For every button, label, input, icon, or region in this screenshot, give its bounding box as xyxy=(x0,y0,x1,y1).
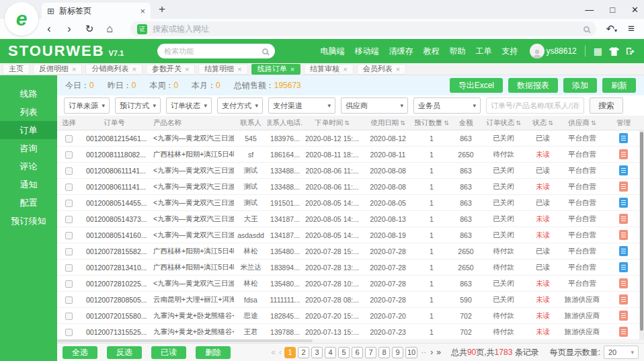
sidebar-item-4[interactable]: 评论 xyxy=(0,157,57,175)
new-tab-button[interactable]: + xyxy=(159,3,165,16)
row-checkbox[interactable] xyxy=(65,216,73,223)
footer-button-0[interactable]: 全选 xyxy=(63,346,97,359)
action-button-1[interactable]: 数据报表 xyxy=(508,78,558,93)
doc-icon[interactable] xyxy=(619,165,628,175)
app-tab-4[interactable]: 结算明细× xyxy=(198,64,247,75)
row-checkbox[interactable] xyxy=(65,200,73,207)
filter-select-2[interactable]: 订单状态▾ xyxy=(166,97,212,114)
filter-select-4[interactable]: 支付渠道▾ xyxy=(268,97,335,114)
address-input[interactable] xyxy=(153,24,578,34)
row-checkbox[interactable] xyxy=(65,232,73,239)
tab-close-icon[interactable]: × xyxy=(140,6,145,16)
qr-code-icon[interactable]: ▦ xyxy=(594,46,602,56)
doc-icon[interactable] xyxy=(619,246,628,256)
header-link-3[interactable]: 教程 xyxy=(423,46,439,57)
logout-icon[interactable] xyxy=(626,47,636,56)
col-header-10[interactable]: 状态⇅ xyxy=(524,118,561,128)
app-tab-2[interactable]: 分销商列表× xyxy=(85,64,142,75)
scrollbar-thumb[interactable] xyxy=(57,339,313,342)
action-button-3[interactable]: 刷新 xyxy=(602,78,636,93)
first-page-icon[interactable]: « xyxy=(270,348,276,357)
search-button[interactable]: 搜索 xyxy=(590,97,623,114)
tab-close-icon[interactable]: × xyxy=(132,65,136,73)
col-header-6[interactable]: 使用日期⇅ xyxy=(362,118,414,128)
action-button-2[interactable]: 添加 xyxy=(563,78,597,93)
scrollbar-thumb[interactable] xyxy=(640,132,643,331)
function-search-input[interactable] xyxy=(164,47,262,55)
tab-close-icon[interactable]: × xyxy=(185,65,189,73)
row-checkbox[interactable] xyxy=(65,167,73,175)
header-link-6[interactable]: 支持 xyxy=(501,46,518,57)
doc-icon[interactable] xyxy=(619,262,628,272)
page-button-5[interactable]: 5 xyxy=(338,347,350,358)
doc-icon[interactable] xyxy=(619,230,628,240)
page-button-6[interactable]: 6 xyxy=(352,347,363,358)
filter-select-3[interactable]: 支付方式▾ xyxy=(217,97,263,114)
doc-icon[interactable] xyxy=(619,311,628,321)
doc-icon[interactable] xyxy=(619,198,628,208)
username[interactable]: ys88612 xyxy=(546,46,576,56)
row-checkbox[interactable] xyxy=(65,184,73,191)
avatar[interactable] xyxy=(530,44,545,58)
sidebar-item-2[interactable]: 订单 xyxy=(0,121,57,139)
page-button-4[interactable]: 4 xyxy=(325,347,336,358)
row-checkbox[interactable] xyxy=(65,296,73,304)
col-header-7[interactable]: 预订数量⇅ xyxy=(414,118,449,128)
row-checkbox[interactable] xyxy=(65,264,73,272)
tab-close-icon[interactable]: × xyxy=(396,65,400,73)
header-link-0[interactable]: 电脑端 xyxy=(320,46,344,57)
search-icon[interactable] xyxy=(583,26,590,32)
footer-button-3[interactable]: 删除 xyxy=(196,346,231,359)
page-button-9[interactable]: 9 xyxy=(392,347,403,358)
vertical-scrollbar[interactable] xyxy=(639,130,644,340)
app-tab-7[interactable]: 会员列表× xyxy=(357,64,406,75)
sidebar-item-0[interactable]: 线路 xyxy=(0,85,57,103)
minimize-button[interactable]: — xyxy=(585,5,594,15)
app-tab-6[interactable]: 结算审核× xyxy=(304,64,353,75)
footer-button-1[interactable]: 反选 xyxy=(107,346,142,359)
horizontal-scrollbar[interactable] xyxy=(57,339,644,343)
tab-close-icon[interactable]: × xyxy=(72,65,76,73)
address-bar[interactable]: 证 xyxy=(130,22,596,36)
app-tab-3[interactable]: 参数开关× xyxy=(146,64,195,75)
close-button[interactable]: ✕ xyxy=(631,5,639,15)
col-header-5[interactable]: 下单时间⇅ xyxy=(303,118,362,128)
filter-select-5[interactable]: 供应商▾ xyxy=(341,97,408,114)
col-header-11[interactable]: 供应商⇅ xyxy=(561,118,603,128)
page-button-8[interactable]: 8 xyxy=(378,347,390,358)
prev-page-icon[interactable]: ‹ xyxy=(278,348,282,357)
filter-select-6[interactable]: 业务员▾ xyxy=(413,97,481,114)
doc-icon[interactable] xyxy=(619,182,628,192)
home-button[interactable]: ⌂ xyxy=(101,23,118,35)
header-link-5[interactable]: 工单 xyxy=(475,46,491,57)
row-checkbox[interactable] xyxy=(65,280,73,288)
filter-select-0[interactable]: 订单来源▾ xyxy=(64,97,110,114)
order-search-input[interactable] xyxy=(486,97,584,114)
next-page-icon[interactable]: › xyxy=(430,348,434,357)
page-button-2[interactable]: 2 xyxy=(298,347,309,358)
page-size-select[interactable]: 20▾ xyxy=(604,346,639,359)
filter-select-1[interactable]: 预订方式▾ xyxy=(115,97,161,114)
doc-icon[interactable] xyxy=(619,149,628,159)
browser-logo-icon[interactable]: e xyxy=(5,2,38,36)
footer-button-2[interactable]: 已读 xyxy=(151,346,186,359)
row-checkbox[interactable] xyxy=(65,313,73,320)
doc-icon[interactable] xyxy=(619,133,628,143)
page-button-3[interactable]: 3 xyxy=(311,347,323,358)
doc-icon[interactable] xyxy=(619,294,628,305)
sidebar-item-3[interactable]: 咨询 xyxy=(0,139,57,157)
browser-menu-icon[interactable]: ≡ xyxy=(628,22,635,36)
reload-button[interactable]: ↻ xyxy=(81,23,98,35)
row-checkbox[interactable] xyxy=(65,329,73,336)
search-icon[interactable] xyxy=(262,48,268,54)
back-button[interactable]: ‹ xyxy=(40,23,58,35)
page-button-7[interactable]: 7 xyxy=(365,347,376,358)
header-link-2[interactable]: 清缓存 xyxy=(389,46,413,57)
theme-shirt-icon[interactable] xyxy=(609,47,619,56)
function-search[interactable] xyxy=(157,44,275,58)
header-link-1[interactable]: 移动端 xyxy=(354,46,378,57)
restore-tab-icon[interactable]: ↶▾ xyxy=(606,23,617,35)
doc-icon[interactable] xyxy=(619,327,628,337)
last-page-icon[interactable]: » xyxy=(436,348,442,357)
doc-icon[interactable] xyxy=(619,278,628,288)
